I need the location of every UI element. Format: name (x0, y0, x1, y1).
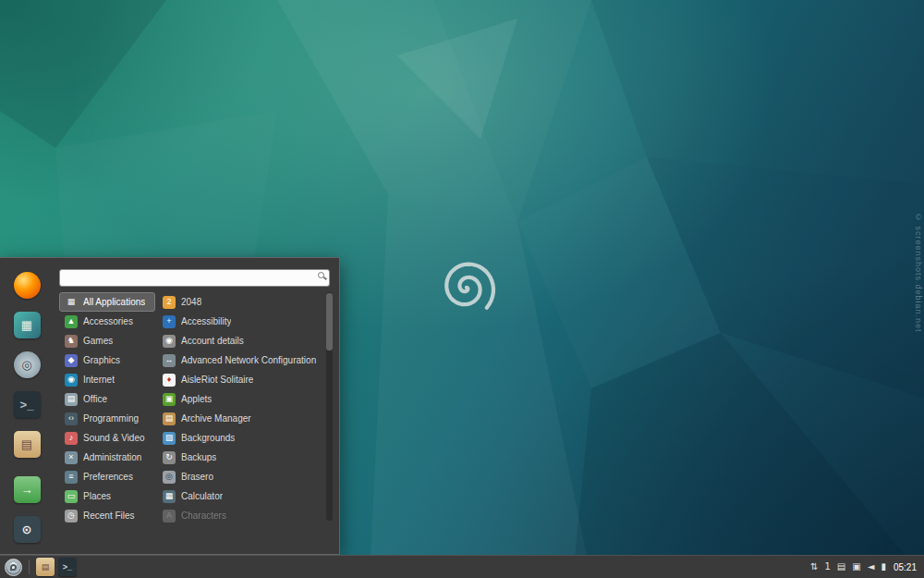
application-label: Advanced Network Configuration (181, 355, 316, 365)
category-label: Graphics (83, 355, 120, 365)
search-input[interactable] (59, 269, 330, 287)
app-calculator[interactable]: ▦ Calculator (157, 486, 322, 506)
category-icon: ‹› (65, 412, 78, 425)
clock[interactable]: 05:21 (894, 562, 917, 572)
category-internet[interactable]: ◉ Internet (59, 370, 155, 389)
favorites-column: ▦ ◎ >_ ▤ → ⊙ (0, 258, 54, 554)
scrollbar-thumb[interactable] (326, 293, 333, 350)
favorite-quit-icon[interactable]: ⊙ (9, 513, 44, 545)
app-accessibility[interactable]: + Accessibility (157, 312, 322, 331)
scrollbar[interactable] (326, 292, 333, 521)
category-office[interactable]: ▤ Office (59, 389, 155, 409)
tray-network-icon[interactable]: ⇅ (810, 562, 818, 572)
application-label: Backups (181, 452, 216, 462)
application-icon: 2 (163, 296, 176, 309)
panel-terminal-button[interactable]: >_ (58, 558, 77, 576)
category-icon: × (65, 451, 78, 464)
application-icon: ▣ (163, 393, 176, 406)
category-icon: ♪ (65, 432, 78, 445)
app-advanced-network-configuration[interactable]: ↔ Advanced Network Configuration (157, 350, 322, 370)
app-archive-manager[interactable]: ▤ Archive Manager (157, 409, 322, 428)
category-graphics[interactable]: ◆ Graphics (59, 350, 155, 370)
application-icon: ▦ (163, 490, 176, 503)
application-label: 2048 (181, 297, 201, 307)
category-icon: ♞ (65, 335, 78, 348)
application-label: Characters (181, 510, 226, 521)
category-icon: ◉ (65, 374, 78, 387)
desktop: © screenshots.debian.net ▦ ◎ >_ ▤ (0, 0, 924, 578)
tray-printer-icon[interactable]: ▤ (837, 562, 845, 572)
category-label: Accessories (83, 316, 133, 326)
category-all-applications[interactable]: ▦ All Applications (59, 292, 155, 312)
category-label: Games (83, 336, 113, 346)
application-label: Applets (181, 394, 212, 404)
debian-swirl-path (446, 264, 493, 308)
category-administration[interactable]: × Administration (59, 448, 155, 467)
panel-separator (29, 560, 30, 574)
category-label: All Applications (83, 297, 145, 307)
favorite-files-icon[interactable]: ▤ (9, 428, 44, 460)
application-icon: A (163, 510, 176, 523)
category-recent-files[interactable]: ◷ Recent Files (59, 506, 155, 525)
panel-files-button[interactable]: ▤ (36, 558, 55, 576)
app-aisleriot-solitaire[interactable]: ♦ AisleRiot Solitaire (157, 370, 322, 389)
system-tray: ⇅1▤▣◄▮ (810, 562, 886, 572)
application-label: Backgrounds (181, 433, 235, 443)
category-accessories[interactable]: ▲ Accessories (59, 312, 155, 331)
app-backups[interactable]: ↻ Backups (157, 448, 322, 467)
favorite-logout-icon[interactable]: → (9, 473, 44, 505)
application-icon: ◉ (163, 335, 176, 348)
category-games[interactable]: ♞ Games (59, 331, 155, 350)
mint-logo-icon (10, 564, 17, 571)
app-2048[interactable]: 2 2048 (157, 292, 322, 312)
debian-swirl-icon (434, 255, 499, 320)
category-icon: ▤ (65, 393, 78, 406)
app-characters[interactable]: A Characters (157, 506, 322, 525)
category-label: Places (83, 491, 111, 501)
category-programming[interactable]: ‹› Programming (59, 409, 155, 428)
tray-display-icon[interactable]: ▣ (852, 562, 860, 572)
application-icon: ◎ (163, 471, 176, 484)
app-brasero[interactable]: ◎ Brasero (157, 467, 322, 486)
tray-volume-icon[interactable]: ◄ (868, 562, 875, 572)
category-icon: ▦ (65, 296, 78, 309)
category-label: Recent Files (83, 510, 135, 521)
category-label: Preferences (83, 472, 133, 482)
category-label: Programming (83, 413, 139, 424)
panel-right: ⇅1▤▣◄▮ 05:21 (810, 556, 924, 578)
application-icon: ↻ (163, 451, 176, 464)
favorites-bottom-group: → ⊙ (9, 473, 44, 545)
favorite-system-settings-icon[interactable]: ◎ (9, 349, 44, 380)
app-applets[interactable]: ▣ Applets (157, 389, 322, 409)
app-backgrounds[interactable]: ▨ Backgrounds (157, 428, 322, 448)
category-icon: ◆ (65, 354, 78, 367)
app-account-details[interactable]: ◉ Account details (157, 331, 322, 350)
category-preferences[interactable]: ≡ Preferences (59, 467, 155, 486)
taskbar: ▤>_ ⇅1▤▣◄▮ 05:21 (0, 555, 924, 578)
category-label: Office (83, 394, 107, 404)
category-label: Sound & Video (83, 433, 145, 443)
window-button-list: ▤>_ (36, 558, 77, 576)
application-list: 2 2048 + Accessibility ◉ Account details… (157, 292, 322, 525)
application-label: Brasero (181, 472, 213, 482)
category-icon: ≡ (65, 471, 78, 484)
favorite-terminal-icon[interactable]: >_ (9, 388, 44, 420)
favorite-firefox-icon[interactable] (9, 269, 44, 301)
category-icon: ◷ (65, 510, 78, 523)
watermark: © screenshots.debian.net (914, 213, 923, 333)
panel-left: ▤>_ (0, 556, 77, 578)
tray-update-count[interactable]: 1 (824, 562, 830, 572)
application-icon: ▤ (163, 412, 176, 425)
category-label: Administration (83, 452, 141, 462)
application-label: Archive Manager (181, 413, 251, 424)
category-list: ▦ All Applications ▲ Accessories ♞ Games… (59, 292, 155, 525)
application-icon: ▨ (163, 432, 176, 445)
category-places[interactable]: ▭ Places (59, 486, 155, 506)
menu-button[interactable] (5, 559, 22, 576)
favorite-software-manager-icon[interactable]: ▦ (9, 309, 44, 340)
application-icon: ↔ (163, 354, 176, 367)
category-icon: ▭ (65, 490, 78, 503)
category-sound-video[interactable]: ♪ Sound & Video (59, 428, 155, 448)
tray-battery-icon[interactable]: ▮ (881, 562, 886, 572)
category-label: Internet (83, 375, 115, 385)
